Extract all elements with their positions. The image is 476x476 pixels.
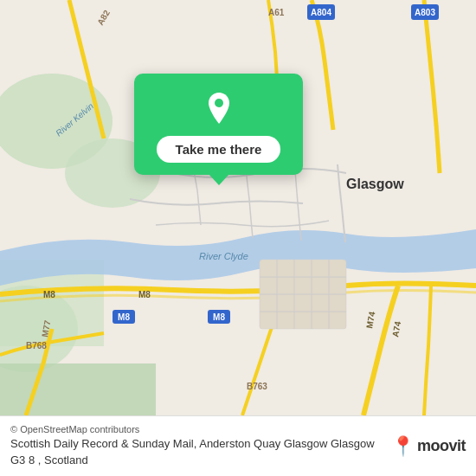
svg-rect-0 — [0, 0, 476, 415]
svg-text:A804: A804 — [311, 8, 331, 17]
svg-text:Glasgow: Glasgow — [346, 177, 404, 191]
location-address: Scottish Daily Record & Sunday Mail, And… — [10, 436, 386, 467]
svg-point-36 — [215, 99, 223, 107]
svg-text:B768: B768 — [26, 341, 47, 351]
moovit-pin-icon: 📍 — [391, 437, 415, 456]
svg-text:River Clyde: River Clyde — [199, 251, 248, 261]
map-view: A82 A61 A804 A803 M8 M8 M74 A74 B763 M77… — [0, 0, 476, 415]
svg-text:M8: M8 — [118, 312, 130, 322]
bottom-info-bar: © OpenStreetMap contributors Scottish Da… — [0, 415, 476, 476]
svg-text:A61: A61 — [268, 8, 285, 17]
osm-attribution: © OpenStreetMap contributors — [10, 424, 386, 434]
take-me-there-button[interactable]: Take me there — [157, 136, 281, 163]
svg-text:B763: B763 — [247, 382, 267, 391]
location-popup[interactable]: Take me there — [134, 74, 303, 175]
moovit-brand-text: moovit — [417, 437, 466, 455]
moovit-logo: 📍 moovit — [391, 437, 466, 456]
svg-text:M8: M8 — [43, 290, 55, 299]
svg-text:M8: M8 — [213, 312, 225, 322]
svg-text:A803: A803 — [415, 8, 435, 17]
svg-text:M8: M8 — [138, 290, 151, 299]
map-pin-icon — [200, 89, 238, 127]
svg-rect-5 — [0, 363, 156, 415]
